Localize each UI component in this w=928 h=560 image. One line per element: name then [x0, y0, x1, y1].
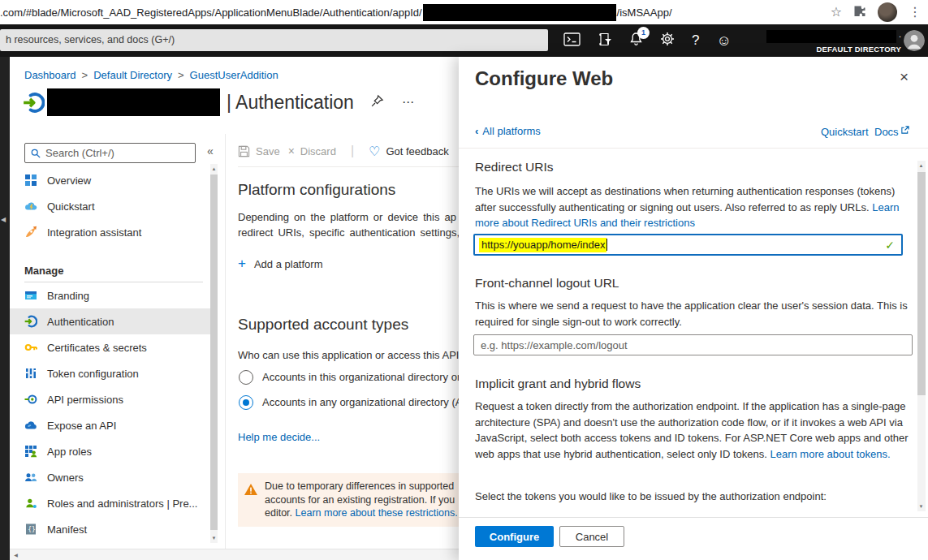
radio-selected-icon[interactable]: [239, 395, 253, 410]
horizontal-scrollbar[interactable]: ◀: [10, 549, 459, 560]
docs-link[interactable]: Docs: [874, 126, 909, 138]
panel-scrollbar[interactable]: ▲ ▼: [917, 161, 926, 511]
sidebar-item-expose-an-api[interactable]: Expose an API: [10, 412, 211, 438]
account-dot: .: [899, 29, 901, 39]
scrollbar-thumb[interactable]: [210, 174, 218, 530]
radio-unselected-icon[interactable]: [239, 370, 253, 385]
redirect-uris-description: The URIs we will accept as destinations …: [475, 183, 916, 231]
sidebar-scrollbar[interactable]: ▲ ▼: [210, 164, 218, 543]
implicit-grant-description: Request a token directly from the author…: [475, 398, 916, 462]
portal-left-strip: ◀: [0, 57, 10, 560]
help-icon[interactable]: ?: [692, 32, 699, 49]
quickstart-link[interactable]: Quickstart: [821, 126, 869, 138]
help-me-decide-link[interactable]: Help me decide...: [238, 431, 320, 443]
warning-triangle-icon: [244, 484, 257, 495]
directory-label: DEFAULT DIRECTORY: [755, 45, 901, 54]
expose-api-cloud-icon: [24, 419, 37, 432]
url-text: .com/#blade/Microsoft_AAD_RegisteredApps…: [0, 6, 422, 19]
owners-people-icon: [24, 471, 37, 484]
token-configuration-icon: [24, 367, 37, 380]
sidebar-item-roles-administrators[interactable]: Roles and administrators | Pre...: [10, 490, 211, 516]
breadcrumb-guestuseraddition[interactable]: GuestUserAddition: [190, 69, 278, 81]
save-button[interactable]: Save: [238, 145, 280, 157]
warning-text: Due to temporary differences in supporte…: [265, 480, 458, 520]
redirect-uris-heading: Redirect URIs: [475, 160, 553, 174]
scroll-down-icon[interactable]: ▼: [917, 504, 925, 509]
implicit-grant-heading: Implicit grant and hybrid flows: [475, 377, 641, 391]
scroll-down-icon[interactable]: ▼: [210, 536, 218, 541]
radio-any-org-directory[interactable]: Accounts in any organizational directory…: [239, 394, 459, 410]
sidebar-item-api-permissions[interactable]: API permissions: [10, 386, 211, 412]
sidebar-item-quickstart[interactable]: Quickstart: [10, 193, 211, 219]
browser-menu-icon[interactable]: ⋮: [909, 6, 922, 19]
toolbar-divider: |: [351, 144, 354, 158]
authentication-icon: [24, 315, 37, 328]
supported-account-types-heading: Supported account types: [238, 316, 408, 334]
platform-description: Depending on the platform or device this…: [238, 209, 459, 240]
redacted-account-name: [766, 30, 896, 43]
sidebar-section-manage: Manage: [10, 251, 211, 277]
logout-url-description: This is where we send a request to have …: [475, 298, 916, 330]
configure-button[interactable]: Configure: [475, 526, 554, 547]
breadcrumb-dashboard[interactable]: Dashboard: [24, 69, 76, 81]
extensions-puzzle-icon[interactable]: [853, 5, 866, 20]
all-platforms-back-link[interactable]: ‹ All platforms: [475, 125, 541, 137]
address-bar[interactable]: .com/#blade/Microsoft_AAD_RegisteredApps…: [0, 0, 672, 24]
svg-text:{}: {}: [28, 526, 36, 533]
sidebar-item-app-roles[interactable]: App roles: [10, 438, 211, 464]
notifications-bell-icon[interactable]: 1: [629, 32, 643, 50]
sidebar-item-integration-assistant[interactable]: Integration assistant: [10, 219, 211, 245]
sidebar-item-owners[interactable]: Owners: [10, 464, 211, 490]
learn-more-tokens-link[interactable]: Learn more about tokens.: [770, 448, 891, 460]
cloud-shell-icon[interactable]: [563, 32, 581, 50]
scroll-left-icon[interactable]: ◀: [12, 552, 19, 558]
add-platform-button[interactable]: + Add a platform: [238, 256, 322, 272]
close-icon[interactable]: ×: [900, 68, 909, 86]
valid-check-icon: ✓: [885, 239, 895, 252]
pin-icon[interactable]: [370, 94, 384, 111]
breadcrumb-default-directory[interactable]: Default Directory: [93, 69, 172, 81]
plus-icon: +: [238, 256, 246, 272]
sidebar: Search (Ctrl+/) « Overview Quickstart In…: [10, 134, 225, 549]
radio-this-org-directory[interactable]: Accounts in this organizational director…: [239, 369, 459, 385]
title-more-menu-icon[interactable]: ⋯: [402, 95, 416, 110]
sidebar-item-overview[interactable]: Overview: [10, 167, 211, 193]
restrictions-link[interactable]: Learn more about these restrictions.: [296, 507, 458, 519]
quickstart-icon: [24, 200, 37, 213]
logout-url-input[interactable]: [473, 334, 913, 355]
sidebar-item-manifest[interactable]: {} Manifest: [10, 516, 211, 542]
bookmark-star-icon[interactable]: ☆: [831, 6, 842, 19]
sidebar-item-authentication[interactable]: Authentication: [10, 308, 211, 334]
azure-profile-avatar[interactable]: [904, 30, 925, 51]
scroll-up-icon[interactable]: ▲: [917, 163, 925, 168]
redacted-app-name: [47, 88, 220, 116]
discard-button[interactable]: × Discard: [288, 144, 336, 157]
configure-web-panel: Configure Web × ‹ All platforms Quicksta…: [459, 57, 928, 560]
settings-gear-icon[interactable]: [660, 32, 675, 50]
sidebar-collapse-button[interactable]: «: [207, 144, 214, 157]
global-search-input[interactable]: h resources, services, and docs (G+/): [0, 29, 548, 51]
cancel-button[interactable]: Cancel: [559, 526, 624, 547]
browser-profile-avatar[interactable]: [878, 2, 897, 22]
redirect-uri-input[interactable]: https://youapp/home/index ✓: [473, 234, 903, 256]
toolbar-divider-line: [238, 166, 459, 167]
scrollbar-thumb[interactable]: [917, 172, 926, 395]
got-feedback-button[interactable]: ♡ Got feedback: [369, 144, 449, 159]
integration-assistant-icon: [24, 226, 37, 239]
sidebar-item-token-configuration[interactable]: Token configuration: [10, 360, 211, 386]
sidebar-search-input[interactable]: Search (Ctrl+/): [24, 143, 196, 163]
manifest-icon: {}: [24, 523, 37, 536]
page-title-row: | Authentication ⋯: [23, 86, 416, 118]
sidebar-item-certificates-secrets[interactable]: Certificates & secrets: [10, 334, 211, 360]
sidebar-item-branding[interactable]: Branding: [10, 282, 211, 308]
command-toolbar: Save × Discard | ♡ Got feedback: [238, 140, 449, 162]
feedback-smiley-icon[interactable]: ☺: [716, 32, 731, 50]
scroll-up-icon[interactable]: ▲: [210, 166, 218, 171]
app-roles-icon: [24, 445, 37, 458]
overview-icon: [24, 174, 37, 187]
directory-filter-icon[interactable]: [598, 32, 612, 50]
branding-icon: [24, 289, 37, 302]
portal-collapse-arrow-icon[interactable]: ◀: [1, 216, 6, 223]
api-permissions-icon: [24, 393, 37, 406]
panel-title: Configure Web: [475, 67, 613, 90]
